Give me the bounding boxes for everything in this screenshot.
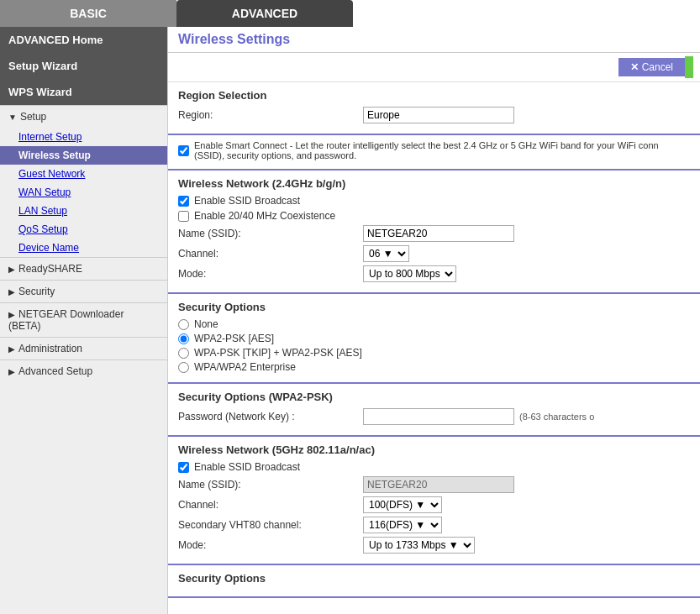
arrow-icon: ▼ [8, 113, 17, 122]
enable-ssid-5ghz-label: Enable SSID Broadcast [194, 461, 300, 473]
region-label: Region: [178, 109, 363, 121]
ssid-24-input[interactable] [363, 225, 514, 242]
radio-none-label: None [194, 318, 218, 330]
channel-5ghz-label: Channel: [178, 499, 363, 511]
sidebar-link-device-name[interactable]: Device Name [0, 239, 167, 257]
sidebar-link-qos-setup[interactable]: QoS Setup [0, 220, 167, 239]
enable-ssid-5ghz-checkbox[interactable] [178, 462, 189, 473]
radio-wpa-mixed[interactable] [178, 348, 189, 359]
secondary-vht80-row: Secondary VHT80 channel: 116(DFS) ▼ [178, 517, 690, 533]
sidebar-item-advanced-home[interactable]: ADVANCED Home [0, 27, 167, 53]
sidebar-item-wps-wizard[interactable]: WPS Wizard [0, 79, 167, 105]
ssid-5ghz-row: Name (SSID): [178, 476, 690, 493]
smart-connect-label: Enable Smart Connect - Let the router in… [194, 140, 690, 160]
radio-wpa-mixed-label: WPA-PSK [TKIP] + WPA2-PSK [AES] [194, 347, 362, 359]
page-title: Wireless Settings [178, 32, 290, 47]
channel-24-value-container: 06 ▼ [363, 245, 690, 262]
radio-wpa2[interactable] [178, 333, 189, 344]
mode-5ghz-value-container: Up to 1733 Mbps ▼ [363, 537, 690, 554]
main-layout: ADVANCED Home Setup Wizard WPS Wizard ▼S… [0, 27, 700, 614]
mode-5ghz-label: Mode: [178, 539, 363, 551]
content-header: Wireless Settings [168, 27, 700, 53]
smart-connect-checkbox[interactable] [178, 145, 189, 156]
sidebar-link-wan-setup[interactable]: WAN Setup [0, 183, 167, 202]
secondary-vht80-select[interactable]: 116(DFS) ▼ [363, 517, 442, 533]
radio-enterprise-row: WPA/WPA2 Enterprise [178, 361, 690, 373]
ssid-24-label: Name (SSID): [178, 228, 363, 239]
sidebar-section-setup[interactable]: ▼Setup [0, 106, 167, 128]
ssid-5ghz-label: Name (SSID): [178, 479, 363, 491]
wireless-24-title: Wireless Network (2.4GHz b/g/n) [178, 177, 690, 190]
security-options-title: Security Options [178, 301, 690, 313]
mode-24-select[interactable]: Up to 800 Mbps [363, 265, 456, 282]
mode-24-row: Mode: Up to 800 Mbps [178, 265, 690, 282]
wireless-5ghz-title: Wireless Network (5GHz 802.11a/n/ac) [178, 443, 690, 456]
sidebar-link-lan-setup[interactable]: LAN Setup [0, 202, 167, 220]
secondary-vht80-value-container: 116(DFS) ▼ [363, 517, 690, 533]
cancel-button[interactable]: ✕ Cancel [618, 58, 685, 76]
enable-ssid-24-label: Enable SSID Broadcast [194, 195, 300, 207]
channel-5ghz-select[interactable]: 100(DFS) ▼ [363, 496, 442, 513]
radio-wpa2-row: WPA2-PSK [AES] [178, 333, 690, 344]
sidebar-link-wireless-setup[interactable]: Wireless Setup [0, 146, 167, 165]
secondary-vht80-label: Secondary VHT80 channel: [178, 519, 363, 531]
mode-5ghz-row: Mode: Up to 1733 Mbps ▼ [178, 537, 690, 554]
security-5ghz-title: Security Options [178, 572, 690, 585]
radio-enterprise-label: WPA/WPA2 Enterprise [194, 361, 296, 373]
arrow-icon-security: ▶ [8, 287, 15, 297]
sidebar-section-security[interactable]: ▶Security [0, 281, 167, 302]
sidebar-section-readyshare[interactable]: ▶ReadySHARE [0, 258, 167, 280]
enable-coexistence-checkbox[interactable] [178, 211, 189, 222]
channel-5ghz-row: Channel: 100(DFS) ▼ [178, 496, 690, 513]
sidebar-link-internet-setup[interactable]: Internet Setup [0, 128, 167, 146]
region-section: Region Selection Region: [168, 82, 700, 135]
enable-ssid-5ghz-row: Enable SSID Broadcast [178, 461, 690, 473]
radio-none[interactable] [178, 319, 189, 330]
security-options-section: Security Options None WPA2-PSK [AES] WPA… [168, 294, 700, 384]
arrow-icon-netgear: ▶ [8, 310, 15, 319]
region-section-title: Region Selection [178, 89, 690, 102]
arrow-icon-readyshare: ▶ [8, 265, 15, 274]
region-input[interactable] [363, 107, 514, 123]
green-indicator [685, 56, 693, 78]
mode-24-value-container: Up to 800 Mbps [363, 265, 690, 282]
ssid-24-row: Name (SSID): [178, 225, 690, 242]
password-hint: (8-63 characters o [519, 412, 594, 422]
region-row: Region: [178, 107, 690, 123]
tab-basic[interactable]: BASIC [0, 0, 176, 27]
wireless-24-section: Wireless Network (2.4GHz b/g/n) Enable S… [168, 171, 700, 294]
ssid-5ghz-input[interactable] [363, 476, 514, 493]
enable-coexistence-label: Enable 20/40 MHz Coexistence [194, 210, 335, 222]
channel-24-label: Channel: [178, 248, 363, 260]
smart-connect-section: Enable Smart Connect - Let the router in… [168, 135, 700, 171]
sidebar: ADVANCED Home Setup Wizard WPS Wizard ▼S… [0, 27, 168, 614]
wireless-5ghz-section: Wireless Network (5GHz 802.11a/n/ac) Ena… [168, 437, 700, 565]
channel-24-select[interactable]: 06 ▼ [363, 245, 409, 262]
sidebar-link-guest-network[interactable]: Guest Network [0, 165, 167, 183]
password-label: Password (Network Key) : [178, 411, 363, 422]
sidebar-section-advanced-setup[interactable]: ▶Advanced Setup [0, 360, 167, 382]
enable-ssid-24-checkbox[interactable] [178, 196, 189, 207]
radio-none-row: None [178, 318, 690, 330]
ssid-5ghz-value-container [363, 476, 690, 493]
tab-advanced[interactable]: ADVANCED [176, 0, 353, 27]
mode-5ghz-select[interactable]: Up to 1733 Mbps ▼ [363, 537, 475, 554]
content-area: Wireless Settings ✕ Cancel Region Select… [168, 27, 700, 614]
sidebar-section-netgear-downloader[interactable]: ▶NETGEAR Downloader (BETA) [0, 303, 167, 337]
password-input[interactable] [363, 408, 514, 425]
sidebar-item-setup-wizard[interactable]: Setup Wizard [0, 53, 167, 79]
password-value-container: (8-63 characters o [363, 408, 690, 425]
password-row: Password (Network Key) : (8-63 character… [178, 408, 690, 425]
channel-5ghz-value-container: 100(DFS) ▼ [363, 496, 690, 513]
arrow-icon-admin: ▶ [8, 344, 15, 354]
security-wpa2-title: Security Options (WPA2-PSK) [178, 391, 690, 403]
sidebar-section-administration[interactable]: ▶Administration [0, 338, 167, 359]
channel-24-row: Channel: 06 ▼ [178, 245, 690, 262]
cancel-bar: ✕ Cancel [168, 53, 700, 82]
region-value-container [363, 107, 690, 123]
radio-enterprise[interactable] [178, 362, 189, 373]
smart-connect-row: Enable Smart Connect - Let the router in… [178, 140, 690, 160]
radio-wpa-mixed-row: WPA-PSK [TKIP] + WPA2-PSK [AES] [178, 347, 690, 359]
security-wpa2-section: Security Options (WPA2-PSK) Password (Ne… [168, 384, 700, 437]
arrow-icon-advanced-setup: ▶ [8, 367, 15, 376]
